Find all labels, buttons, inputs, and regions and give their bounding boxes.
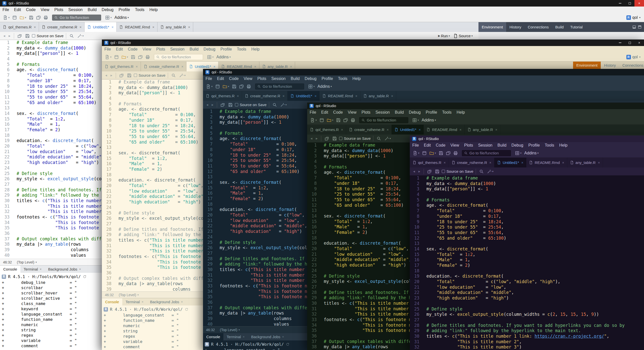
tab-qol-themes-r[interactable]: qol_themes.R× (410, 158, 449, 167)
menu-view[interactable]: View (345, 109, 359, 116)
new-file-button[interactable]: ▾ (2, 15, 11, 21)
code-line[interactable]: 22 "middle education" = "middle", (410, 290, 644, 295)
menu-file[interactable]: File (307, 109, 319, 116)
menu-debug[interactable]: Debug (302, 75, 319, 82)
workspace-panes-button[interactable]: ▾ (514, 150, 522, 156)
open-file-button[interactable]: ▾ (428, 150, 437, 156)
code-editor[interactable]: 1# Example data frame2my_data <- dummy_d… (410, 176, 644, 350)
goto-file-function-input[interactable]: Go to file/function (52, 15, 101, 21)
source-on-save-checkbox[interactable]: Source on Save (442, 169, 473, 173)
panel-tab-history[interactable]: History (506, 22, 525, 32)
print-button[interactable] (144, 54, 151, 60)
tab-readme-rmd[interactable]: README.Rmd× (424, 125, 464, 135)
code-line[interactable]: 25# Define style (410, 307, 644, 312)
console-tab-background-jobs[interactable]: Background Jobs× (248, 333, 287, 340)
code-line[interactable]: 23 "high education" = "high") (410, 295, 644, 301)
code-line[interactable]: 10 "25 to under 55" = 25:54, (410, 225, 644, 230)
new-file-button[interactable]: ▾ (205, 83, 214, 90)
forward-icon[interactable]: ► (8, 34, 12, 38)
code-line[interactable]: 8 "under 18" = 0:17, (410, 214, 644, 219)
run-button[interactable]: ▶Run▾ (437, 33, 451, 39)
tab-qol-themes-r[interactable]: qol_themes.R× (203, 91, 242, 101)
tab-close-icon[interactable]: × (391, 94, 393, 98)
tab-close-icon[interactable]: × (444, 161, 446, 165)
tab-close-icon[interactable]: × (562, 161, 564, 165)
code-tools-button[interactable]: ▾ (383, 136, 392, 142)
save-button[interactable] (231, 83, 237, 90)
popout-button[interactable] (426, 168, 433, 174)
find-replace-button[interactable] (376, 136, 382, 142)
save-source-button[interactable] (227, 102, 234, 108)
menu-file[interactable]: File (0, 7, 12, 13)
menu-session[interactable]: Session (476, 142, 495, 149)
print-button[interactable] (350, 117, 356, 123)
code-line[interactable]: 2my_data <- dummy_data(1000) (410, 181, 644, 187)
pane-minimize-icon[interactable] (633, 26, 636, 28)
menu-plots[interactable]: Plots (52, 7, 66, 13)
goto-file-function-input[interactable]: Go to file/function (154, 54, 203, 60)
tab-close-icon[interactable]: × (213, 65, 215, 69)
code-line[interactable]: 18 (410, 268, 644, 274)
new-file-button[interactable]: ▾ (309, 117, 318, 123)
tab-qol-themes-r[interactable]: qol_themes.R× (307, 125, 346, 135)
console-tab-background-jobs[interactable]: Background Jobs× (45, 266, 84, 273)
tab-untitled1[interactable]: Untitled1*× (494, 158, 526, 167)
project-button[interactable]: Rqol▾ (625, 15, 642, 20)
save-source-button[interactable] (126, 72, 133, 78)
project-button[interactable]: Rqol▾ (625, 55, 642, 59)
code-line[interactable]: 4 (410, 192, 644, 197)
code-line[interactable]: 11 "55 to under 65" = 55:64, (410, 230, 644, 236)
panel-tab-build[interactable]: Build (552, 22, 567, 32)
tab-close-icon[interactable]: × (142, 300, 144, 304)
code-line[interactable]: 7 "Total" = 0:100, (410, 208, 644, 214)
source-on-save-checkbox[interactable]: Source on Save (339, 136, 371, 141)
new-project-button[interactable] (421, 150, 428, 156)
open-file-button[interactable]: ▾ (19, 15, 27, 21)
addins-button[interactable]: Addins▾ (421, 117, 437, 123)
panel-tab-connections[interactable]: Connections (619, 62, 644, 69)
tab-close-icon[interactable]: × (152, 25, 154, 29)
code-line[interactable]: 13 (410, 241, 644, 246)
menu-tools[interactable]: Tools (234, 46, 249, 53)
tab-qol-themes-r[interactable]: qol_themes.R× (102, 62, 141, 71)
menu-tools[interactable]: Tools (440, 109, 454, 116)
menu-help[interactable]: Help (454, 109, 467, 116)
code-line[interactable]: 31 "This is title number 2", (410, 339, 644, 345)
window-minimize-button[interactable] (615, 0, 625, 7)
save-all-button[interactable] (35, 15, 42, 21)
menu-build[interactable]: Build (288, 75, 302, 82)
open-file-button[interactable]: ▾ (222, 83, 230, 90)
workspace-panes-button[interactable]: ▾ (104, 15, 113, 21)
menu-session[interactable]: Session (168, 46, 187, 53)
menu-session[interactable]: Session (269, 75, 288, 82)
code-tools-button[interactable]: ▾ (76, 33, 85, 39)
save-source-button[interactable] (24, 33, 31, 39)
code-line[interactable]: 16 "Male" = 1, (410, 257, 644, 263)
tab-any-table-r[interactable]: any_table.R× (157, 22, 193, 32)
menu-file[interactable]: File (410, 142, 421, 149)
console-tab-terminal[interactable]: Terminal× (20, 266, 45, 273)
save-all-button[interactable] (342, 117, 349, 123)
menu-view[interactable]: View (241, 75, 255, 82)
code-line[interactable]: 3my_data[["person"]] <- 1 (410, 186, 644, 192)
tab-close-icon[interactable]: × (282, 335, 284, 339)
menu-debug[interactable]: Debug (509, 142, 526, 149)
tab-close-icon[interactable]: × (459, 128, 461, 132)
back-icon[interactable]: ◄ (309, 137, 313, 140)
scope-selector[interactable]: (Top Level)▾ (17, 260, 37, 264)
tab-readme-rmd[interactable]: README.Rmd× (319, 91, 360, 101)
save-button[interactable] (438, 150, 444, 156)
forward-icon[interactable]: ► (109, 74, 113, 77)
save-source-button[interactable] (434, 168, 440, 174)
console-tab-terminal[interactable]: Terminal× (223, 333, 248, 340)
menu-plots[interactable]: Plots (255, 75, 269, 82)
code-line[interactable]: 5# Formats (410, 197, 644, 203)
save-button[interactable] (130, 54, 136, 60)
workspace-panes-button[interactable]: ▾ (307, 83, 316, 90)
menu-plots[interactable]: Plots (154, 46, 168, 53)
tab-readme-rmd[interactable]: README.Rmd× (526, 158, 567, 167)
back-icon[interactable]: ◄ (412, 170, 416, 173)
new-project-button[interactable] (318, 117, 325, 123)
menu-profile[interactable]: Profile (218, 46, 234, 53)
code-line[interactable]: 6age. <- discrete_format( (410, 203, 644, 208)
